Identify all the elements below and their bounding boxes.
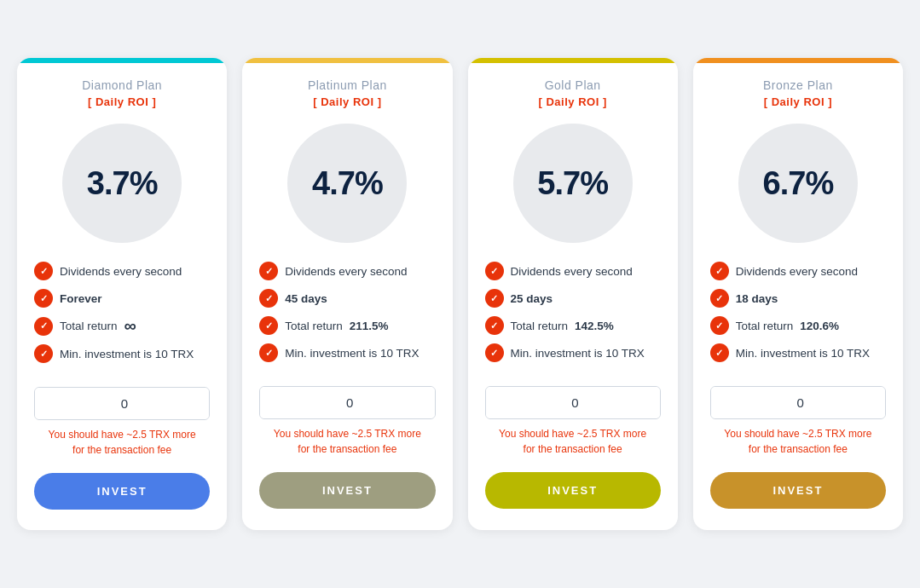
card-top-bar-diamond bbox=[17, 58, 227, 63]
check-icon-platinum-2 bbox=[259, 316, 278, 335]
input-row-gold: TRX bbox=[485, 386, 661, 419]
feature-item-bronze-1: 18 days bbox=[710, 289, 886, 308]
input-row-platinum: TRX bbox=[259, 386, 435, 419]
card-top-bar-bronze bbox=[693, 58, 903, 63]
roi-percent-platinum: 4.7% bbox=[312, 165, 383, 202]
check-icon-diamond-3 bbox=[34, 344, 53, 363]
feature-item-gold-0: Dividends every second bbox=[485, 262, 661, 280]
invest-input-bronze[interactable] bbox=[711, 387, 886, 418]
check-icon-bronze-3 bbox=[710, 343, 729, 362]
feature-item-gold-1: 25 days bbox=[485, 289, 661, 308]
check-icon-bronze-0 bbox=[710, 262, 729, 280]
check-icon-platinum-1 bbox=[259, 289, 278, 308]
feature-item-diamond-1: Forever bbox=[34, 289, 210, 308]
card-roi-label-platinum: [ Daily ROI ] bbox=[313, 95, 381, 108]
roi-percent-diamond: 3.7% bbox=[87, 165, 158, 202]
invest-button-platinum[interactable]: INVEST bbox=[259, 472, 435, 509]
check-icon-platinum-0 bbox=[259, 262, 278, 280]
check-icon-bronze-1 bbox=[710, 289, 729, 308]
card-title-platinum: Platinum Plan bbox=[308, 78, 387, 92]
features-list-bronze: Dividends every second18 daysTotal retur… bbox=[693, 262, 903, 371]
feature-item-bronze-2: Total return 120.6% bbox=[710, 316, 886, 335]
warning-text-diamond: You should have ~2.5 TRX morefor the tra… bbox=[40, 427, 205, 458]
feature-item-bronze-0: Dividends every second bbox=[710, 262, 886, 280]
feature-item-platinum-2: Total return 211.5% bbox=[259, 316, 435, 335]
warning-text-platinum: You should have ~2.5 TRX morefor the tra… bbox=[265, 426, 430, 457]
card-roi-label-bronze: [ Daily ROI ] bbox=[764, 95, 832, 108]
check-icon-diamond-1 bbox=[34, 289, 53, 308]
cards-container: Diamond Plan[ Daily ROI ]3.7%Dividends e… bbox=[17, 58, 903, 530]
invest-button-bronze[interactable]: INVEST bbox=[710, 472, 886, 509]
input-row-bronze: TRX bbox=[710, 386, 886, 419]
check-icon-bronze-2 bbox=[710, 316, 729, 335]
feature-item-bronze-3: Min. investment is 10 TRX bbox=[710, 343, 886, 362]
features-list-diamond: Dividends every secondForeverTotal retur… bbox=[17, 262, 227, 372]
feature-item-gold-2: Total return 142.5% bbox=[485, 316, 661, 335]
check-icon-gold-3 bbox=[485, 343, 504, 362]
features-list-platinum: Dividends every second45 daysTotal retur… bbox=[242, 262, 452, 371]
input-row-diamond: TRX bbox=[34, 387, 210, 420]
card-title-gold: Gold Plan bbox=[545, 78, 601, 92]
feature-item-diamond-0: Dividends every second bbox=[34, 262, 210, 280]
check-icon-diamond-0 bbox=[34, 262, 53, 280]
warning-text-gold: You should have ~2.5 TRX morefor the tra… bbox=[490, 426, 655, 457]
check-icon-gold-0 bbox=[485, 262, 504, 280]
features-list-gold: Dividends every second25 daysTotal retur… bbox=[468, 262, 678, 371]
roi-circle-platinum: 4.7% bbox=[287, 124, 407, 243]
invest-input-diamond[interactable] bbox=[35, 388, 210, 419]
roi-circle-bronze: 6.7% bbox=[738, 124, 858, 243]
card-roi-label-gold: [ Daily ROI ] bbox=[539, 95, 607, 108]
roi-circle-diamond: 3.7% bbox=[62, 124, 182, 243]
feature-item-platinum-3: Min. investment is 10 TRX bbox=[259, 343, 435, 362]
card-top-bar-gold bbox=[468, 58, 678, 63]
feature-item-diamond-2: Total return ∞ bbox=[34, 316, 210, 336]
feature-item-platinum-1: 45 days bbox=[259, 289, 435, 308]
feature-item-diamond-3: Min. investment is 10 TRX bbox=[34, 344, 210, 363]
card-bronze: Bronze Plan[ Daily ROI ]6.7%Dividends ev… bbox=[693, 58, 903, 530]
invest-input-gold[interactable] bbox=[486, 387, 661, 418]
roi-percent-bronze: 6.7% bbox=[763, 165, 834, 202]
feature-item-platinum-0: Dividends every second bbox=[259, 262, 435, 280]
card-platinum: Platinum Plan[ Daily ROI ]4.7%Dividends … bbox=[242, 58, 452, 530]
check-icon-platinum-3 bbox=[259, 343, 278, 362]
card-roi-label-diamond: [ Daily ROI ] bbox=[88, 95, 156, 108]
invest-button-gold[interactable]: INVEST bbox=[485, 472, 661, 509]
card-title-diamond: Diamond Plan bbox=[82, 78, 162, 92]
card-diamond: Diamond Plan[ Daily ROI ]3.7%Dividends e… bbox=[17, 58, 227, 530]
card-title-bronze: Bronze Plan bbox=[763, 78, 833, 92]
roi-percent-gold: 5.7% bbox=[537, 165, 608, 202]
card-gold: Gold Plan[ Daily ROI ]5.7%Dividends ever… bbox=[468, 58, 678, 530]
invest-button-diamond[interactable]: INVEST bbox=[34, 473, 210, 510]
card-top-bar-platinum bbox=[242, 58, 452, 63]
feature-item-gold-3: Min. investment is 10 TRX bbox=[485, 343, 661, 362]
roi-circle-gold: 5.7% bbox=[513, 124, 633, 243]
invest-input-platinum[interactable] bbox=[260, 387, 435, 418]
check-icon-gold-2 bbox=[485, 316, 504, 335]
check-icon-gold-1 bbox=[485, 289, 504, 308]
check-icon-diamond-2 bbox=[34, 317, 53, 336]
warning-text-bronze: You should have ~2.5 TRX morefor the tra… bbox=[715, 426, 880, 457]
